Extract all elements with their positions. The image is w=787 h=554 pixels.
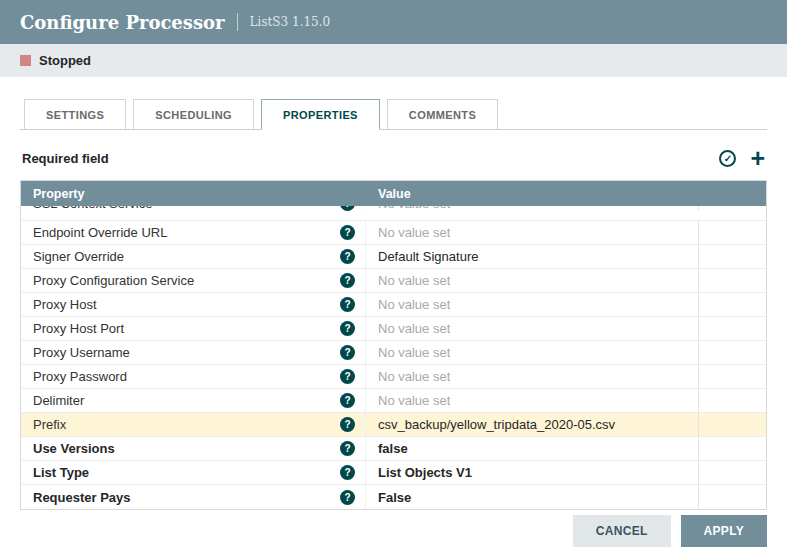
add-property-icon[interactable]: + [750,148,765,168]
table-row[interactable]: Proxy Host?No value set [21,293,766,317]
dialog-footer: CANCEL APPLY [573,515,767,547]
help-icon[interactable]: ? [340,225,355,240]
property-name: Signer Override [33,249,124,264]
table-row[interactable]: List Type?List Objects V1 [21,461,766,485]
value-cell[interactable]: No value set [366,221,699,244]
property-table-body: SSL Context Service?No value setEndpoint… [21,206,766,509]
property-cell: Signer Override? [21,245,366,268]
property-cell: Proxy Configuration Service? [21,269,366,292]
table-row[interactable]: Prefix?csv_backup/yellow_tripdata_2020-0… [21,413,766,437]
help-icon[interactable]: ? [340,297,355,312]
property-value: No value set [378,225,450,240]
property-cell: Proxy Password? [21,365,366,388]
value-cell[interactable]: No value set [366,365,699,388]
value-cell[interactable]: false [366,437,699,460]
property-value: No value set [378,297,450,312]
value-cell[interactable]: No value set [366,293,699,316]
value-cell[interactable]: No value set [366,269,699,292]
value-cell[interactable]: No value set [366,341,699,364]
property-name: Use Versions [33,441,115,456]
property-cell: Requester Pays? [21,485,366,509]
property-name: Endpoint Override URL [33,225,167,240]
property-cell: Use Versions? [21,437,366,460]
table-row[interactable]: Proxy Configuration Service?No value set [21,269,766,293]
tab-settings[interactable]: SETTINGS [24,99,126,130]
table-row[interactable]: Proxy Username?No value set [21,341,766,365]
property-cell: Proxy Host? [21,293,366,316]
property-name: List Type [33,465,89,480]
property-name: Proxy Configuration Service [33,273,194,288]
help-icon[interactable]: ? [340,369,355,384]
property-value: No value set [378,321,450,336]
help-icon[interactable]: ? [340,249,355,264]
property-value: Default Signature [378,249,478,264]
row-spacer [699,341,766,364]
required-field-label: Required field [22,151,109,166]
help-icon[interactable]: ? [340,417,355,432]
help-icon[interactable]: ? [340,465,355,480]
help-icon[interactable]: ? [340,393,355,408]
table-row[interactable]: Use Versions?false [21,437,766,461]
property-value: No value set [378,345,450,360]
property-name: Proxy Host [33,297,97,312]
row-spacer [699,365,766,388]
status-text: Stopped [39,53,91,68]
dialog-header: Configure Processor ListS3 1.15.0 [0,0,787,44]
check-glyph: ✓ [724,153,732,164]
stopped-status-icon [20,55,31,66]
row-spacer [699,461,766,484]
property-cell: Prefix? [21,413,366,436]
property-name: Proxy Host Port [33,321,124,336]
tab-scheduling[interactable]: SCHEDULING [133,99,254,130]
property-value: No value set [378,393,450,408]
row-spacer [699,206,766,210]
dialog-content: SETTINGS SCHEDULING PROPERTIES COMMENTS … [0,77,787,510]
help-icon[interactable]: ? [340,441,355,456]
cancel-button[interactable]: CANCEL [573,515,671,547]
value-cell[interactable]: No value set [366,389,699,412]
value-cell[interactable]: False [366,485,699,509]
property-table: Property Value SSL Context Service?No va… [20,180,767,510]
row-spacer [699,269,766,292]
apply-button[interactable]: APPLY [681,515,767,547]
property-cell: List Type? [21,461,366,484]
tab-properties[interactable]: PROPERTIES [261,99,380,130]
row-spacer [699,293,766,316]
value-cell[interactable]: No value set [366,317,699,340]
row-spacer [699,437,766,460]
help-icon[interactable]: ? [340,321,355,336]
column-header-property: Property [21,187,366,201]
table-row[interactable]: Delimiter?No value set [21,389,766,413]
verify-properties-icon[interactable]: ✓ [719,150,736,167]
help-icon[interactable]: ? [340,345,355,360]
row-spacer [699,245,766,268]
table-row[interactable]: Signer Override?Default Signature [21,245,766,269]
property-name: Prefix [33,417,66,432]
property-name: Requester Pays [33,490,131,505]
properties-toolbar: Required field ✓ + [20,145,767,171]
table-row[interactable]: Proxy Password?No value set [21,365,766,389]
status-bar: Stopped [0,44,787,77]
value-cell[interactable]: No value set [366,206,699,210]
table-row[interactable]: Requester Pays?False [21,485,766,509]
value-cell[interactable]: List Objects V1 [366,461,699,484]
row-spacer [699,221,766,244]
row-spacer [699,413,766,436]
property-name: SSL Context Service [33,206,152,211]
value-cell[interactable]: Default Signature [366,245,699,268]
help-icon[interactable]: ? [340,206,355,211]
property-cell: SSL Context Service? [21,206,366,210]
property-name: Proxy Username [33,345,130,360]
help-icon[interactable]: ? [340,273,355,288]
property-cell: Proxy Host Port? [21,317,366,340]
value-cell[interactable]: csv_backup/yellow_tripdata_2020-05.csv [366,413,699,436]
help-icon[interactable]: ? [340,490,355,505]
property-value: csv_backup/yellow_tripdata_2020-05.csv [378,417,615,432]
property-name: Delimiter [33,393,84,408]
table-row[interactable]: SSL Context Service?No value set [21,206,766,221]
table-row[interactable]: Proxy Host Port?No value set [21,317,766,341]
table-row[interactable]: Endpoint Override URL?No value set [21,221,766,245]
processor-name-version: ListS3 1.15.0 [237,13,331,31]
property-cell: Proxy Username? [21,341,366,364]
tab-comments[interactable]: COMMENTS [387,99,498,130]
